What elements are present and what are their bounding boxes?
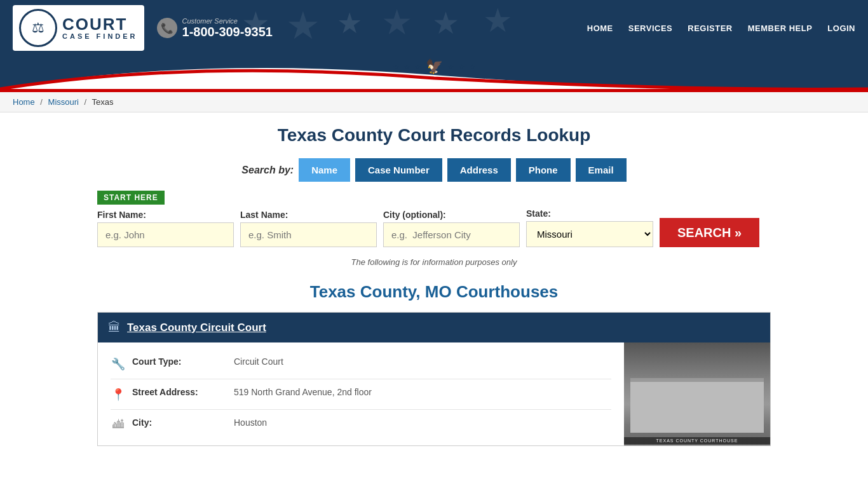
court-type-value: Circuit Court: [234, 356, 283, 367]
court-info-0: 🔧 Court Type: Circuit Court 📍 Street Add…: [98, 342, 624, 445]
search-by-row: Search by: Name Case Number Address Phon…: [97, 158, 771, 182]
cs-phone[interactable]: 1-800-309-9351: [182, 25, 273, 39]
logo-text: COURT CASE FINDER: [62, 16, 138, 40]
court-card-body-0: 🔧 Court Type: Circuit Court 📍 Street Add…: [98, 342, 770, 445]
search-by-label: Search by:: [241, 165, 294, 176]
star-left-2: ★: [404, 64, 410, 71]
main-nav: HOME SERVICES REGISTER MEMBER HELP LOGIN: [587, 24, 855, 33]
nav-home[interactable]: HOME: [587, 24, 613, 33]
state-select[interactable]: MissouriAlabamaAlaskaArizonaArkansasCali…: [526, 221, 653, 247]
breadcrumb-texas: Texas: [92, 97, 114, 107]
tab-name[interactable]: Name: [299, 158, 350, 182]
courthouse-image: [624, 342, 770, 445]
eagle-icon: 🦅: [426, 58, 443, 75]
nav-member-help[interactable]: MEMBER HELP: [748, 24, 813, 33]
court-card-header-0: 🏛 Texas County Circuit Court: [98, 313, 770, 342]
nav-register[interactable]: REGISTER: [688, 24, 732, 33]
customer-service: 📞 Customer Service 1-800-309-9351: [157, 17, 273, 39]
breadcrumb-missouri[interactable]: Missouri: [48, 97, 79, 107]
star-left-3: ★: [415, 64, 421, 71]
site-header: ★ ★ ★ ★ ★ ★ ⚖ COURT CASE FINDER 📞 Custom…: [0, 0, 868, 56]
info-note: The following is for information purpose…: [97, 257, 771, 267]
tab-address[interactable]: Address: [447, 158, 511, 182]
logo-court-text: COURT: [62, 16, 138, 32]
courthouses-title: Texas County, MO Courthouses: [97, 282, 771, 302]
court-type-icon: 🔧: [111, 357, 126, 371]
court-city-icon: 🏙: [111, 418, 126, 431]
search-form-container: START HERE First Name: Last Name: City (…: [97, 191, 771, 247]
state-group: State: MissouriAlabamaAlaskaArizonaArkan…: [526, 208, 653, 247]
search-form: First Name: Last Name: City (optional): …: [97, 208, 771, 247]
last-name-group: Last Name:: [240, 210, 377, 247]
last-name-input[interactable]: [240, 222, 377, 247]
start-here-badge: START HERE: [97, 191, 165, 205]
court-address-row: 📍 Street Address: 519 North Grand Avenue…: [111, 379, 611, 410]
logo-case-finder-text: CASE FINDER: [62, 32, 138, 40]
breadcrumb-home[interactable]: Home: [13, 97, 35, 107]
eagle-center-content: ★ ★ ★ 🦅 ★ ★ ★: [393, 58, 475, 75]
city-group: City (optional):: [383, 210, 520, 247]
court-address-icon: 📍: [111, 388, 126, 402]
court-type-label: Court Type:: [132, 356, 227, 367]
star-right-3: ★: [470, 64, 475, 71]
star-left-1: ★: [393, 64, 399, 71]
star-right-1: ★: [448, 64, 454, 71]
main-content: Texas County Court Records Lookup Search…: [85, 112, 783, 469]
last-name-label: Last Name:: [240, 210, 377, 220]
court-type-row: 🔧 Court Type: Circuit Court: [111, 349, 611, 379]
court-photo: [624, 342, 770, 445]
tab-email[interactable]: Email: [576, 158, 627, 182]
tab-phone[interactable]: Phone: [516, 158, 571, 182]
nav-services[interactable]: SERVICES: [628, 24, 673, 33]
phone-icon: 📞: [157, 18, 177, 38]
first-name-label: First Name:: [97, 210, 234, 220]
court-address-value: 519 North Grand Avenue, 2nd floor: [234, 387, 372, 397]
header-left: ⚖ COURT CASE FINDER 📞 Customer Service 1…: [13, 5, 273, 51]
court-header-icon: 🏛: [108, 320, 121, 335]
cs-label: Customer Service: [182, 17, 273, 25]
court-city-value: Houston: [234, 417, 267, 428]
city-input[interactable]: [383, 222, 520, 247]
breadcrumb-sep-2: /: [85, 97, 87, 107]
tab-case-number[interactable]: Case Number: [355, 158, 442, 182]
logo[interactable]: ⚖ COURT CASE FINDER: [13, 5, 144, 51]
nav-login[interactable]: LOGIN: [827, 24, 855, 33]
first-name-input[interactable]: [97, 222, 234, 247]
breadcrumb: Home / Missouri / Texas: [0, 92, 868, 112]
city-label: City (optional):: [383, 210, 520, 220]
court-address-label: Street Address:: [132, 387, 227, 397]
logo-emblem: ⚖: [19, 9, 57, 47]
star-right-2: ★: [459, 64, 465, 71]
breadcrumb-sep-1: /: [40, 97, 43, 107]
page-title: Texas County Court Records Lookup: [97, 125, 771, 146]
first-name-group: First Name:: [97, 210, 234, 247]
court-city-row: 🏙 City: Houston: [111, 410, 611, 439]
court-card-0: 🏛 Texas County Circuit Court 🔧 Court Typ…: [97, 312, 771, 446]
eagle-banner: ★ ★ ★ 🦅 ★ ★ ★: [0, 56, 868, 89]
court-city-label: City:: [132, 417, 227, 428]
search-button[interactable]: SEARCH »: [660, 218, 759, 247]
customer-service-text: Customer Service 1-800-309-9351: [182, 17, 273, 39]
court-name-link[interactable]: Texas County Circuit Court: [127, 322, 266, 334]
state-label: State:: [526, 208, 653, 219]
